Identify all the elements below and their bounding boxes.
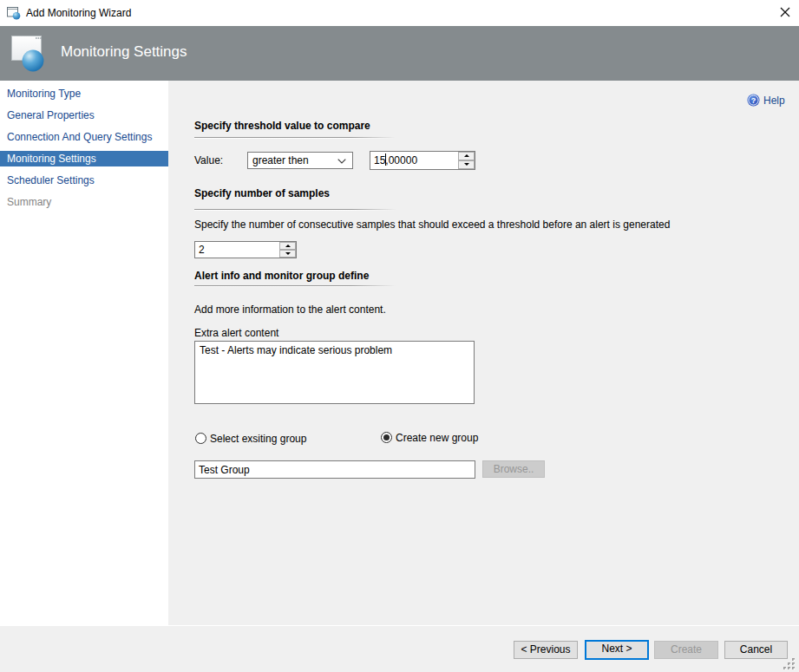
radio-circle-icon bbox=[381, 432, 392, 443]
extra-alert-content-label: Extra alert content bbox=[194, 327, 278, 340]
wizard-banner: Monitoring Settings bbox=[0, 26, 799, 81]
spin-up-icon bbox=[464, 154, 469, 157]
spin-down-icon bbox=[464, 163, 469, 166]
threshold-spin-down-button[interactable] bbox=[458, 160, 475, 169]
samples-spin-down-button[interactable] bbox=[279, 250, 296, 258]
create-new-group-label: Create new group bbox=[396, 432, 478, 445]
footer-button-bar: < Previous Next > Create Cancel bbox=[0, 625, 799, 672]
title-bar: Add Monitoring Wizard bbox=[0, 0, 799, 26]
samples-section-heading: Specify number of samples bbox=[194, 187, 330, 199]
cancel-button[interactable]: Cancel bbox=[724, 641, 788, 659]
alert-section-heading: Alert info and monitor group define bbox=[194, 270, 369, 282]
alert-description: Add more information to the alert conten… bbox=[194, 303, 386, 316]
operator-selected-value: greater then bbox=[252, 154, 309, 166]
page-title: Monitoring Settings bbox=[61, 26, 187, 81]
radio-circle-icon bbox=[195, 433, 206, 444]
threshold-value: 15,00000 bbox=[374, 154, 417, 166]
samples-description: Specify the number of consecutive sample… bbox=[194, 219, 670, 232]
resize-grip[interactable] bbox=[783, 658, 796, 670]
help-link[interactable]: ? Help bbox=[747, 94, 760, 108]
sidebar-item-monitoring-type[interactable]: Monitoring Type bbox=[0, 86, 168, 101]
samples-count-spinner[interactable]: 2 bbox=[194, 241, 297, 258]
spin-down-icon bbox=[285, 252, 291, 255]
threshold-section-divider bbox=[194, 137, 396, 138]
wizard-window: Add Monitoring Wizard bbox=[0, 0, 799, 672]
help-label: Help bbox=[763, 95, 785, 107]
browse-button: Browse.. bbox=[482, 460, 545, 478]
operator-select[interactable]: greater then bbox=[247, 152, 353, 169]
threshold-section-heading: Specify threshold value to compare bbox=[194, 120, 370, 132]
spin-up-icon bbox=[285, 245, 291, 247]
value-label: Value: bbox=[194, 154, 223, 167]
extra-alert-content-textarea[interactable]: Test - Alerts may indicate serious probl… bbox=[194, 341, 475, 404]
chevron-down-icon bbox=[337, 159, 346, 164]
close-icon[interactable] bbox=[780, 7, 790, 17]
sidebar-item-general-properties[interactable]: General Properties bbox=[0, 108, 168, 123]
sidebar-item-connection-and-query-settings[interactable]: Connection And Query Settings bbox=[0, 129, 168, 145]
text-caret bbox=[385, 153, 386, 166]
window-title: Add Monitoring Wizard bbox=[26, 7, 131, 19]
alert-section-divider bbox=[194, 285, 396, 286]
threshold-value-spinner[interactable]: 15,00000 bbox=[370, 151, 475, 170]
previous-button[interactable]: < Previous bbox=[514, 641, 578, 659]
samples-count-value: 2 bbox=[199, 244, 205, 256]
monitor-window-icon bbox=[11, 36, 46, 72]
wizard-steps-sidebar: Monitoring Type General Properties Conne… bbox=[0, 81, 168, 625]
svg-text:?: ? bbox=[751, 96, 756, 105]
extra-alert-content-value: Test - Alerts may indicate serious probl… bbox=[200, 344, 392, 356]
sidebar-item-summary: Summary bbox=[0, 194, 168, 210]
sidebar-item-scheduler-settings[interactable]: Scheduler Settings bbox=[0, 173, 168, 188]
sidebar-item-monitoring-settings[interactable]: Monitoring Settings bbox=[0, 151, 168, 166]
select-existing-group-label: Select exsiting group bbox=[210, 433, 306, 446]
group-name-value: Test Group bbox=[199, 464, 250, 476]
next-button[interactable]: Next > bbox=[585, 640, 649, 660]
samples-section-divider bbox=[194, 209, 396, 210]
group-name-input[interactable]: Test Group bbox=[194, 460, 475, 479]
threshold-spin-up-button[interactable] bbox=[458, 152, 475, 160]
create-button: Create bbox=[654, 641, 718, 659]
app-icon bbox=[7, 6, 21, 20]
samples-spin-up-button[interactable] bbox=[279, 242, 296, 250]
help-icon: ? bbox=[747, 94, 760, 107]
